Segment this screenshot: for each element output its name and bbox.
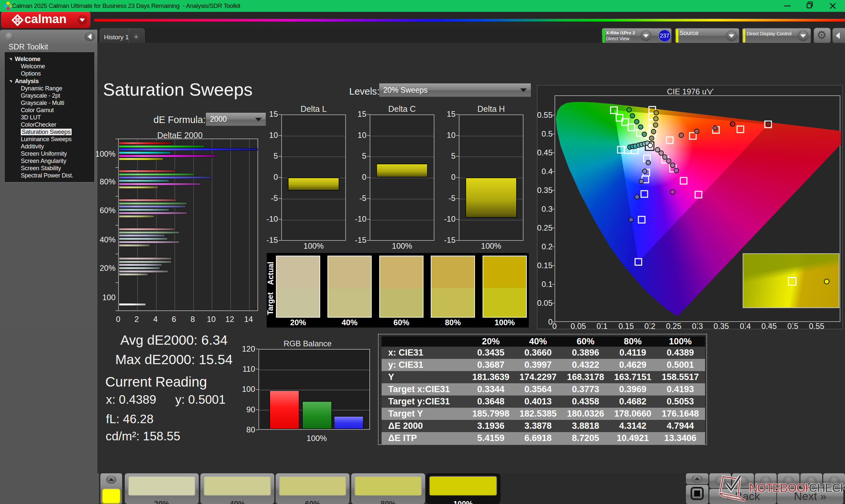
svg-text:CHECK: CHECK <box>809 481 845 495</box>
svg-text:NOTEBOOK: NOTEBOOK <box>749 481 814 495</box>
